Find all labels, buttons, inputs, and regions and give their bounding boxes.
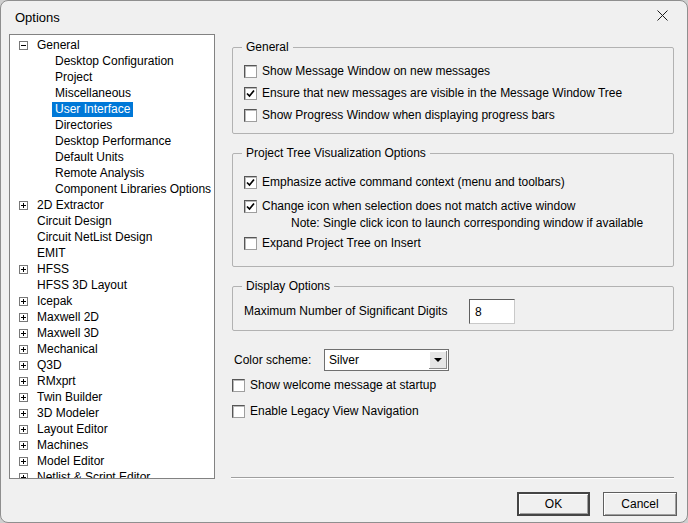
tree-item[interactable]: Default Units: [10, 149, 214, 165]
title-bar: Options: [1, 1, 687, 33]
tree-item[interactable]: General: [10, 37, 214, 53]
tree-item-label: Directories: [52, 118, 115, 133]
checkbox[interactable]: [244, 176, 257, 189]
checkbox-label: Ensure that new messages are visible in …: [262, 87, 622, 100]
checkbox[interactable]: [244, 87, 257, 100]
tree-item-label: HFSS: [34, 262, 72, 277]
tree-item[interactable]: Desktop Performance: [10, 133, 214, 149]
checkbox-row: Emphasize active command context (menu a…: [244, 176, 673, 189]
tree-item[interactable]: Project: [10, 69, 214, 85]
checkbox[interactable]: [232, 405, 245, 418]
tree-item-label: Maxwell 2D: [34, 310, 102, 325]
checkbox-row: Enable Legacy View Navigation: [232, 405, 419, 418]
color-scheme-dropdown[interactable]: Silver: [324, 349, 449, 371]
tree-item[interactable]: HFSS: [10, 261, 214, 277]
tree-item[interactable]: Mechanical: [10, 341, 214, 357]
group-general: General Show Message Window on new messa…: [232, 47, 674, 134]
window-title: Options: [15, 10, 60, 25]
tree-item[interactable]: EMIT: [10, 245, 214, 261]
bottom-separator: [231, 477, 674, 479]
tree-item[interactable]: Twin Builder: [10, 389, 214, 405]
checkbox-label: Change icon when selection does not matc…: [262, 200, 576, 213]
options-tree[interactable]: GeneralDesktop ConfigurationProjectMisce…: [9, 34, 215, 479]
significant-digits-input[interactable]: [469, 299, 515, 324]
checkbox-label: Show welcome message at startup: [250, 379, 436, 392]
tree-item[interactable]: User Interface: [10, 101, 214, 117]
checkbox[interactable]: [244, 109, 257, 122]
tree-item[interactable]: Component Libraries Options: [10, 181, 214, 197]
tree-item[interactable]: Circuit Design: [10, 213, 214, 229]
tree-item[interactable]: 3D Modeler: [10, 405, 214, 421]
tree-item[interactable]: Miscellaneous: [10, 85, 214, 101]
tree-item[interactable]: Model Editor: [10, 453, 214, 469]
tree-item-label: 2D Extractor: [34, 198, 107, 213]
dropdown-arrow-button[interactable]: [429, 351, 447, 369]
group-display-options: Display Options Maximum Number of Signif…: [232, 286, 674, 331]
plus-expander-icon[interactable]: [19, 457, 28, 466]
group-project-tree-visualization: Project Tree Visualization Options Empha…: [232, 153, 674, 267]
tree-item-label: RMxprt: [34, 374, 79, 389]
cancel-button[interactable]: Cancel: [603, 492, 677, 516]
tree-item[interactable]: Remote Analysis: [10, 165, 214, 181]
tree-item[interactable]: Circuit NetList Design: [10, 229, 214, 245]
tree-item-label: 3D Modeler: [34, 406, 102, 421]
plus-expander-icon[interactable]: [19, 441, 28, 450]
tree-item[interactable]: Q3D: [10, 357, 214, 373]
tree-item-label: Twin Builder: [34, 390, 105, 405]
tree-item-label: Circuit NetList Design: [34, 230, 155, 245]
tree-item-label: Mechanical: [34, 342, 101, 357]
checkbox[interactable]: [244, 237, 257, 250]
tree-item-label: Desktop Configuration: [52, 54, 177, 69]
tree-item-label: User Interface: [52, 102, 133, 117]
plus-expander-icon[interactable]: [19, 377, 28, 386]
plus-expander-icon[interactable]: [19, 297, 28, 306]
tree-item-label: Project: [52, 70, 95, 85]
minus-expander-icon[interactable]: [19, 41, 28, 50]
tree-item[interactable]: Maxwell 3D: [10, 325, 214, 341]
close-button[interactable]: [645, 4, 679, 30]
options-dialog: Options GeneralDesktop ConfigurationProj…: [0, 0, 688, 523]
checkbox-label: Expand Project Tree on Insert: [262, 237, 421, 250]
plus-expander-icon[interactable]: [19, 393, 28, 402]
tree-item-label: Model Editor: [34, 454, 107, 469]
tree-item[interactable]: Layout Editor: [10, 421, 214, 437]
tree-item-label: Maxwell 3D: [34, 326, 102, 341]
close-icon: [656, 9, 669, 25]
plus-expander-icon[interactable]: [19, 313, 28, 322]
checkbox[interactable]: [244, 200, 257, 213]
tree-item-label: Remote Analysis: [52, 166, 147, 181]
plus-expander-icon[interactable]: [19, 409, 28, 418]
checkbox[interactable]: [232, 379, 245, 392]
plus-expander-icon[interactable]: [19, 265, 28, 274]
checkbox-row: Show Progress Window when displaying pro…: [244, 109, 673, 122]
tree-item[interactable]: Netlist & Script Editor: [10, 469, 214, 479]
significant-digits-label: Maximum Number of Significant Digits: [244, 304, 447, 318]
ok-button[interactable]: OK: [517, 492, 590, 516]
tree-item-label: Layout Editor: [34, 422, 111, 437]
tree-item-label: Q3D: [34, 358, 65, 373]
plus-expander-icon[interactable]: [19, 329, 28, 338]
plus-expander-icon[interactable]: [19, 473, 28, 480]
tree-item[interactable]: Machines: [10, 437, 214, 453]
tree-item-label: Machines: [34, 438, 91, 453]
plus-expander-icon[interactable]: [19, 425, 28, 434]
tree-item[interactable]: RMxprt: [10, 373, 214, 389]
tree-item[interactable]: Desktop Configuration: [10, 53, 214, 69]
group-ptvo-legend: Project Tree Visualization Options: [242, 146, 430, 160]
plus-expander-icon[interactable]: [19, 201, 28, 210]
plus-expander-icon[interactable]: [19, 345, 28, 354]
tree-item[interactable]: Directories: [10, 117, 214, 133]
checkmark-icon: [246, 202, 255, 211]
tree-item-label: Icepak: [34, 294, 75, 309]
group-display-legend: Display Options: [242, 279, 334, 293]
checkmark-icon: [246, 89, 255, 98]
tree-item[interactable]: 2D Extractor: [10, 197, 214, 213]
tree-item[interactable]: HFSS 3D Layout: [10, 277, 214, 293]
tree-item[interactable]: Maxwell 2D: [10, 309, 214, 325]
checkbox-label: Show Progress Window when displaying pro…: [262, 109, 555, 122]
tree-item[interactable]: Icepak: [10, 293, 214, 309]
plus-expander-icon[interactable]: [19, 361, 28, 370]
checkbox-row: Change icon when selection does not matc…: [244, 200, 673, 213]
checkbox[interactable]: [244, 65, 257, 78]
tree-item-label: Circuit Design: [34, 214, 115, 229]
